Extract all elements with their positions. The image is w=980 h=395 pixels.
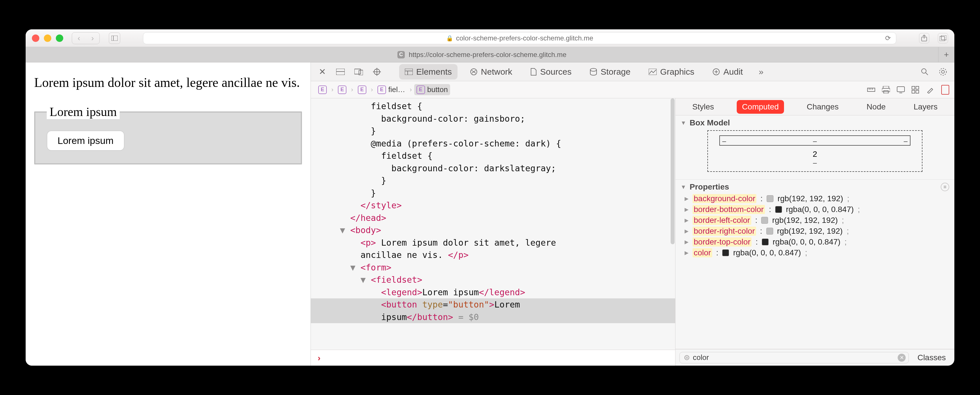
console-prompt[interactable]: › xyxy=(311,350,675,366)
tag-text: <button xyxy=(381,299,423,309)
tab-changes[interactable]: Changes xyxy=(802,100,844,114)
crumb-html[interactable]: E xyxy=(316,84,329,95)
tab-network[interactable]: Network xyxy=(465,64,518,80)
ruler-button[interactable] xyxy=(867,86,878,93)
dom-scrollbar[interactable] xyxy=(671,98,675,244)
crumb-button[interactable]: Ebutton xyxy=(414,84,450,95)
section-title: Box Model xyxy=(690,118,730,127)
disclosure-triangle-icon: ▶ xyxy=(684,196,689,202)
paint-flashing-button[interactable] xyxy=(926,86,938,94)
storage-icon xyxy=(590,68,597,75)
property-value: rgba(0, 0, 0, 0.847) xyxy=(733,248,801,257)
tab-storage[interactable]: Storage xyxy=(584,64,636,80)
close-devtools-button[interactable]: ✕ xyxy=(317,66,328,78)
appearance-button[interactable] xyxy=(897,86,908,93)
properties-list: ▶background-color:rgb(192, 192, 192);▶bo… xyxy=(681,191,949,262)
tabs-overview-button[interactable] xyxy=(938,33,948,43)
color-swatch[interactable] xyxy=(766,228,773,234)
browser-tab[interactable]: C https://color-scheme-prefers-color-sch… xyxy=(25,47,939,62)
code-line: ▼ <body> xyxy=(311,224,675,237)
svg-rect-35 xyxy=(912,90,915,93)
inspect-target-button[interactable] xyxy=(371,66,383,78)
dom-tree[interactable]: fieldset { background-color: gainsboro; … xyxy=(311,98,675,350)
address-bar[interactable]: 🔒 color-scheme-prefers-color-scheme.glit… xyxy=(143,32,896,44)
shadow-dom-button[interactable] xyxy=(912,86,923,94)
color-swatch[interactable] xyxy=(761,217,768,224)
element-token-icon: E xyxy=(358,86,366,94)
property-row[interactable]: ▶border-left-color:rgb(192, 192, 192); xyxy=(683,215,947,226)
code-line: </head> xyxy=(311,212,675,224)
tabbar: C https://color-scheme-prefers-color-sch… xyxy=(25,47,955,62)
print-styles-button[interactable] xyxy=(882,86,893,94)
back-button[interactable]: ‹ xyxy=(72,32,86,44)
attr-value: "button" xyxy=(448,299,490,309)
overflow-tabs-button[interactable]: » xyxy=(756,66,767,78)
dock-side-button[interactable] xyxy=(335,66,346,78)
sidebar-toggle-button[interactable] xyxy=(109,32,120,44)
tag-text: <form> xyxy=(361,263,391,272)
tab-node[interactable]: Node xyxy=(861,100,891,114)
reload-button[interactable]: ⟳ xyxy=(885,34,891,42)
tag-text: <p> xyxy=(361,238,376,248)
compositing-borders-button[interactable] xyxy=(941,85,949,95)
zoom-window-button[interactable] xyxy=(56,35,63,42)
minimize-window-button[interactable] xyxy=(44,35,51,42)
window-controls xyxy=(32,35,63,42)
settings-devtools-button[interactable] xyxy=(937,66,949,78)
filter-row: ⊜ color ✕ Classes xyxy=(675,349,955,366)
tag-text: > xyxy=(489,299,494,309)
crumb-body[interactable]: E xyxy=(336,84,349,95)
color-swatch[interactable] xyxy=(775,206,782,213)
property-name: border-left-color xyxy=(692,216,751,225)
properties-options-button[interactable]: ≡ xyxy=(941,183,949,191)
selected-dom-node[interactable]: <button type="button">Lorem xyxy=(311,298,675,311)
tab-audit-label: Audit xyxy=(723,67,743,76)
color-swatch[interactable] xyxy=(722,249,729,256)
property-row[interactable]: ▶border-top-color:rgba(0, 0, 0, 0.847); xyxy=(683,237,947,247)
code-line: fieldset { xyxy=(311,100,675,113)
page-button[interactable]: Lorem ipsum xyxy=(47,131,124,151)
property-row[interactable]: ▶border-bottom-color:rgba(0, 0, 0, 0.847… xyxy=(683,204,947,215)
tab-title: https://color-scheme-prefers-color-schem… xyxy=(409,51,566,59)
classes-toggle-button[interactable]: Classes xyxy=(913,351,950,364)
code-line: ancillae ne vis. </p> xyxy=(311,249,675,261)
tab-audit[interactable]: Audit xyxy=(707,64,748,80)
devtools-toolbar: ✕ Elements Network xyxy=(311,62,955,81)
forward-button[interactable]: › xyxy=(86,32,99,44)
color-swatch[interactable] xyxy=(762,239,768,245)
element-token-icon: E xyxy=(417,86,425,94)
grid-icon xyxy=(912,86,919,94)
filter-input[interactable]: ⊜ color ✕ xyxy=(679,352,909,363)
text-node: ipsum xyxy=(381,312,407,322)
property-name: border-top-color xyxy=(692,237,751,247)
svg-rect-36 xyxy=(916,90,919,93)
text-node: ancillae ne vis. xyxy=(361,250,448,260)
tab-elements[interactable]: Elements xyxy=(399,64,458,80)
tab-graphics[interactable]: Graphics xyxy=(643,64,700,80)
tab-computed[interactable]: Computed xyxy=(737,100,784,114)
properties-heading[interactable]: ▼ Properties ≡ xyxy=(681,182,949,191)
property-row[interactable]: ▶background-color:rgb(192, 192, 192); xyxy=(683,193,947,204)
color-swatch[interactable] xyxy=(767,195,773,202)
new-tab-button[interactable]: + xyxy=(939,47,955,62)
crumb-form[interactable]: E xyxy=(356,84,369,95)
tab-styles[interactable]: Styles xyxy=(687,100,719,114)
ruler-icon xyxy=(867,86,875,93)
tab-sources[interactable]: Sources xyxy=(525,64,577,80)
crumb-label: fiel… xyxy=(388,85,405,94)
crumb-fieldset[interactable]: Efiel… xyxy=(375,84,407,95)
property-row[interactable]: ▶color:rgba(0, 0, 0, 0.847); xyxy=(683,247,947,258)
tab-layers[interactable]: Layers xyxy=(908,100,943,114)
code-line: fieldset { xyxy=(311,150,675,162)
device-button[interactable] xyxy=(353,66,364,78)
property-row[interactable]: ▶border-right-color:rgb(192, 192, 192); xyxy=(683,226,947,237)
share-button[interactable] xyxy=(919,33,929,43)
clear-filter-button[interactable]: ✕ xyxy=(898,354,906,362)
property-value: rgb(192, 192, 192) xyxy=(772,216,838,225)
tab-network-label: Network xyxy=(481,67,512,76)
box-model-heading[interactable]: ▼ Box Model xyxy=(681,118,949,127)
close-window-button[interactable] xyxy=(32,35,39,42)
svg-rect-0 xyxy=(111,36,118,41)
printer-icon xyxy=(882,86,890,94)
search-devtools-button[interactable] xyxy=(919,66,931,78)
